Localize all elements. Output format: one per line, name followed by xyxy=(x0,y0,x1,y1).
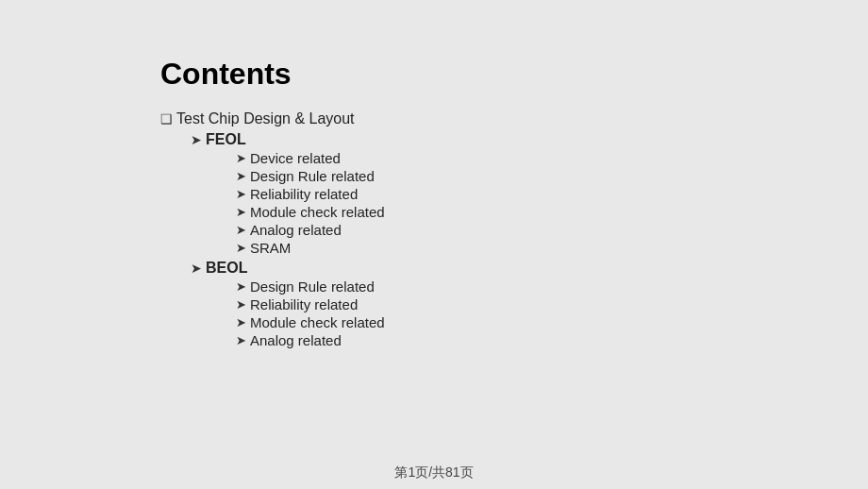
level2-item: ➤Analog related xyxy=(236,332,385,348)
level2-label: Analog related xyxy=(250,332,342,348)
level1-label-0-1: BEOL xyxy=(206,260,247,277)
section-item-0: ❑Test Chip Design & Layout xyxy=(160,110,385,127)
level2-item: ➤Analog related xyxy=(236,222,385,238)
page-title: Contents xyxy=(160,57,385,92)
level2-arrow-icon: ➤ xyxy=(236,187,246,201)
level2-label: Analog related xyxy=(250,222,342,238)
level2-item: ➤Reliability related xyxy=(236,296,385,312)
level2-item: ➤Design Rule related xyxy=(236,168,385,184)
level2-arrow-icon: ➤ xyxy=(236,241,246,255)
level2-item: ➤Module check related xyxy=(236,314,385,330)
level2-item: ➤Reliability related xyxy=(236,186,385,202)
level2-label: Module check related xyxy=(250,204,385,220)
level2-arrow-icon: ➤ xyxy=(236,279,246,294)
level2-item: ➤Design Rule related xyxy=(236,278,385,295)
level2-label: Design Rule related xyxy=(250,168,375,184)
level2-label: Design Rule related xyxy=(250,278,375,295)
arrow-icon: ➤ xyxy=(191,132,202,147)
sections-container: ❑Test Chip Design & Layout➤FEOL➤Device r… xyxy=(160,110,385,348)
level2-arrow-icon: ➤ xyxy=(236,169,246,183)
level2-list-0-1: ➤Design Rule related➤Reliability related… xyxy=(236,278,385,348)
level2-arrow-icon: ➤ xyxy=(236,315,246,329)
level2-arrow-icon: ➤ xyxy=(236,223,246,237)
page-container: Contents ❑Test Chip Design & Layout➤FEOL… xyxy=(0,0,868,489)
level2-label: SRAM xyxy=(250,240,291,256)
level1-item-0-0: ➤FEOL xyxy=(191,131,385,148)
level2-item: ➤Module check related xyxy=(236,204,385,220)
page-footer: 第1页/共81页 xyxy=(0,464,868,481)
content-area: Contents ❑Test Chip Design & Layout➤FEOL… xyxy=(160,57,385,352)
level2-arrow-icon: ➤ xyxy=(236,151,246,165)
level2-label: Reliability related xyxy=(250,296,358,312)
level2-item: ➤SRAM xyxy=(236,240,385,256)
section-label-0: Test Chip Design & Layout xyxy=(176,110,355,127)
level2-label: Reliability related xyxy=(250,186,358,202)
level2-label: Device related xyxy=(250,150,341,166)
level2-arrow-icon: ➤ xyxy=(236,205,246,219)
level1-label-0-0: FEOL xyxy=(206,131,246,148)
arrow-icon: ➤ xyxy=(191,261,202,276)
level2-item: ➤Device related xyxy=(236,150,385,166)
level1-item-0-1: ➤BEOL xyxy=(191,260,385,277)
level1-list-0: ➤FEOL➤Device related➤Design Rule related… xyxy=(191,131,385,348)
level2-list-0-0: ➤Device related➤Design Rule related➤Reli… xyxy=(236,150,385,256)
checkbox-icon: ❑ xyxy=(160,111,173,126)
level2-arrow-icon: ➤ xyxy=(236,333,246,347)
level2-arrow-icon: ➤ xyxy=(236,297,246,312)
level2-label: Module check related xyxy=(250,314,385,330)
